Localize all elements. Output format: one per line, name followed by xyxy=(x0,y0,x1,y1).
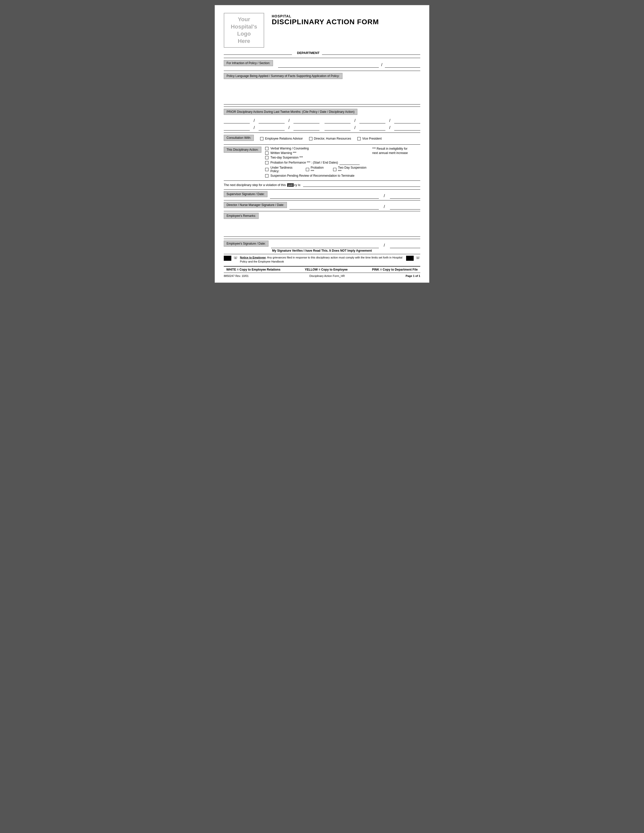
prior-row-2: / / / / xyxy=(224,125,420,130)
prior-group-2: / / xyxy=(325,118,420,124)
prior-line-3b[interactable] xyxy=(259,126,285,130)
vp-label: Vice President xyxy=(362,137,382,140)
black-box-right xyxy=(406,256,414,261)
director-sig-section: Director / Nurse Manager Signature / Dat… xyxy=(224,200,420,209)
slash7: / xyxy=(288,125,290,130)
dept-label: DEPARTMENT xyxy=(297,51,319,55)
employee-sig-label: Employee's Signature / Date: xyxy=(224,241,269,247)
prior-line-3c[interactable] xyxy=(293,126,319,130)
disc-tardiness: Under Tardiness Policy: Probation *** Tw… xyxy=(265,166,370,173)
disc-options-col: Verbal Warning / Counseling Written Warn… xyxy=(265,147,370,178)
infraction-line[interactable] xyxy=(278,63,379,68)
checkbox-era[interactable] xyxy=(260,137,263,140)
disc-note-line2: next annual merit increase xyxy=(372,151,420,155)
checkbox-twoday[interactable] xyxy=(265,156,269,159)
prior-line-2c[interactable] xyxy=(394,119,420,124)
dept-value-line xyxy=(322,50,420,55)
policy-text-area[interactable] xyxy=(224,82,420,105)
prior-section: PRIOR Disciplinary Actions During Last T… xyxy=(224,106,420,130)
prior-label: PRIOR Disciplinary Actions During Last T… xyxy=(224,109,357,115)
next-step-row: The next disciplinary step for a violati… xyxy=(224,180,420,187)
checkbox-vp-box[interactable] xyxy=(357,137,361,140)
prior-line-1a[interactable] xyxy=(224,119,250,124)
slash2: / xyxy=(254,118,254,124)
director-date-line[interactable] xyxy=(390,204,420,209)
remarks-area[interactable] xyxy=(224,220,420,237)
probation-row: Probation for Performance *** : (Start /… xyxy=(270,160,360,165)
prior-line-1b[interactable] xyxy=(259,119,285,124)
employee-sig-row: Employee's Signature / Date: / xyxy=(224,241,420,248)
checkbox-probation[interactable] xyxy=(265,161,269,164)
copy-pink: PINK = Copy to Department File xyxy=(372,268,418,271)
slash1: / xyxy=(382,63,382,68)
prior-line-4c[interactable] xyxy=(394,126,420,130)
disc-right-col: *** Result in ineligibility for next ann… xyxy=(370,147,420,178)
policy-highlight: poli xyxy=(287,183,293,187)
dhr-label: Director, Human Resources xyxy=(314,137,351,140)
consultation-label: Consultation With: xyxy=(224,135,254,141)
probation-label: Probation for Performance *** : (Start /… xyxy=(270,161,338,164)
employee-sig-line[interactable] xyxy=(271,243,379,248)
notice-row: ☏ Notice to Employee: Any grievances fil… xyxy=(224,254,420,264)
infraction-line-short[interactable] xyxy=(385,63,420,68)
checkbox-written[interactable] xyxy=(265,151,269,155)
infraction-row: For Infraction of Policy / Section: / xyxy=(224,58,420,68)
slash3: / xyxy=(288,118,290,124)
prior-group-1: / / xyxy=(224,118,319,124)
sig-slash3: / xyxy=(384,243,385,248)
checkbox-vp[interactable]: Vice President xyxy=(357,137,382,140)
prior-line-4a[interactable] xyxy=(325,126,351,130)
checkbox-director-hr[interactable]: Director, Human Resources xyxy=(309,137,351,140)
next-step-after: cy is: xyxy=(294,183,301,187)
prior-group-4: / / xyxy=(325,125,420,130)
supervisor-date-line[interactable] xyxy=(390,194,420,199)
phone-icon-right: ☏ xyxy=(416,256,420,260)
checkbox-tardiness[interactable] xyxy=(265,168,269,171)
era-label: Employee Relations Advisor xyxy=(265,137,303,140)
checkbox-tard-two[interactable] xyxy=(333,168,336,171)
disc-two-day: Two-day Suspension *** xyxy=(265,156,370,159)
checkbox-verbal[interactable] xyxy=(265,147,269,150)
checkbox-employee-relations[interactable]: Employee Relations Advisor xyxy=(260,137,303,140)
slash4: / xyxy=(354,118,355,124)
form-number: 8850247 Rev. 10/01 xyxy=(224,274,248,277)
next-step-line[interactable] xyxy=(303,182,420,187)
checkbox-dhr[interactable] xyxy=(309,137,312,140)
disciplinary-label: This Disciplinary Action: xyxy=(224,147,261,153)
policy-label: Policy Language Being Applied / Summary … xyxy=(224,73,343,79)
main-title: DISCIPLINARY ACTION FORM xyxy=(272,18,420,26)
prior-line-3a[interactable] xyxy=(224,126,250,130)
hospital-label: HOSPITAL xyxy=(272,14,420,18)
checkbox-tardiness-probation[interactable]: Probation *** xyxy=(306,166,327,173)
checkbox-suspend[interactable] xyxy=(265,174,269,177)
notice-label: Notice to Employee xyxy=(240,256,266,259)
prior-line-2b[interactable] xyxy=(359,119,385,124)
prior-line-2a[interactable] xyxy=(325,119,351,124)
prior-line-4b[interactable] xyxy=(359,126,385,130)
supervisor-sig-line[interactable] xyxy=(270,194,379,199)
checkbox-tardiness-twoday[interactable]: Two Day Suspension *** xyxy=(333,166,370,173)
copy-yellow: YELLOW = Copy to Employee xyxy=(305,268,348,271)
phone-icon-left: ☏ xyxy=(233,256,238,260)
employee-date-line[interactable] xyxy=(390,243,420,248)
prior-line-1c[interactable] xyxy=(293,119,319,124)
probation-dates-line[interactable] xyxy=(340,160,360,165)
page-footer: 8850247 Rev. 10/01 Disciplinary Action F… xyxy=(224,274,420,277)
director-sig-label: Director / Nurse Manager Signature / Dat… xyxy=(224,202,287,208)
sig-slash1: / xyxy=(384,194,385,199)
policy-section: Policy Language Being Applied / Summary … xyxy=(224,71,420,105)
director-sig-line[interactable] xyxy=(290,204,378,209)
notice-text: Notice to Employee: Any grievances filed… xyxy=(240,256,404,264)
next-step-before: The next disciplinary step for a violati… xyxy=(224,183,286,187)
written-label: Written Warning *** xyxy=(270,151,296,155)
sig-verification-text: My Signature Verifies I have Read This. … xyxy=(224,249,420,252)
infraction-label-box: For Infraction of Policy / Section: xyxy=(224,60,273,68)
disc-note-line1: *** Result in ineligibility for xyxy=(372,147,420,151)
tard-prob-label: Probation *** xyxy=(311,166,327,173)
director-sig-row: Director / Nurse Manager Signature / Dat… xyxy=(224,202,420,209)
verbal-label: Verbal Warning / Counseling xyxy=(270,147,309,150)
department-row: DEPARTMENT xyxy=(224,50,420,55)
disc-written: Written Warning *** xyxy=(265,151,370,155)
infraction-label: For Infraction of Policy / Section: xyxy=(224,60,273,66)
checkbox-tard-prob[interactable] xyxy=(306,168,309,171)
